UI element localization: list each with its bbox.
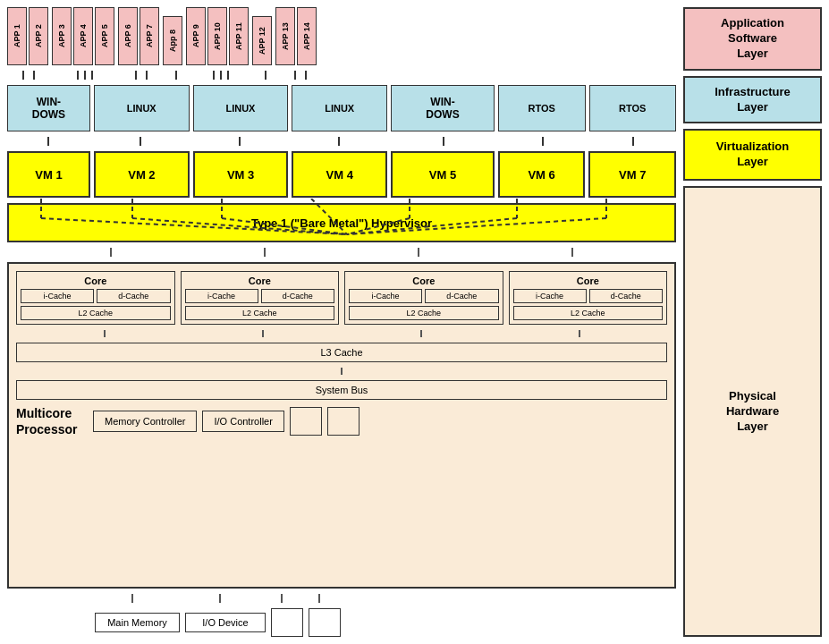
- legend-virt-label: VirtualizationLayer: [716, 140, 789, 168]
- core-2: Core i-Cache d-Cache L2 Cache: [181, 271, 340, 325]
- os-rtos1: RTOS: [498, 85, 585, 131]
- icache-4: i-Cache: [513, 289, 587, 303]
- memory-controller: Memory Controller: [93, 411, 197, 432]
- vm-box-1: VM 1: [7, 151, 90, 198]
- app-group-2: APP 3 APP 4 APP 5: [52, 7, 114, 65]
- app-box-app10: APP 10: [207, 7, 227, 65]
- legend-virtualization: VirtualizationLayer: [683, 129, 822, 181]
- device-box-4: [309, 608, 341, 637]
- app-group-3: APP 6 APP 7: [118, 7, 159, 65]
- app-box-app11: APP 11: [229, 7, 249, 65]
- infrastructure-layer: WIN-DOWS LINUX LINUX LINUX WIN-DOWS RTOS…: [7, 85, 676, 131]
- dcache-4: d-Cache: [589, 289, 663, 303]
- left-panel: APP 1 APP 2 APP 3 APP 4 APP 5 APP 6 APP …: [7, 7, 676, 637]
- core-2-caches: i-Cache d-Cache: [185, 289, 335, 303]
- legend-infra-label: InfrastructureLayer: [715, 85, 791, 114]
- hw-bottom-row: MulticoreProcessor Memory Controller I/O…: [16, 405, 667, 437]
- cores-row: Core i-Cache d-Cache L2 Cache Core i-Cac…: [16, 271, 667, 325]
- app-group-7: APP 13 APP 14: [275, 7, 317, 65]
- l2-2: L2 Cache: [185, 306, 335, 320]
- vm-box-5: VM 5: [391, 151, 495, 198]
- dcache-1: d-Cache: [97, 289, 170, 303]
- app-os-connectors: [7, 71, 676, 80]
- app-box-app7: APP 7: [140, 7, 159, 65]
- ctrl-device-connectors: [7, 594, 676, 603]
- right-panel: ApplicationSoftwareLayer InfrastructureL…: [683, 7, 822, 637]
- controllers-row: Memory Controller I/O Controller: [93, 407, 667, 436]
- hypervisor-label: Type 1 ("Bare Metal") Hypervisor: [251, 216, 432, 230]
- vm-box-2: VM 2: [94, 151, 190, 198]
- dcache-2: d-Cache: [261, 289, 334, 303]
- os-windows1: WIN-DOWS: [7, 85, 90, 131]
- device-box-3: [271, 608, 303, 637]
- processor-label: MulticoreProcessor: [16, 405, 88, 437]
- dcache-3: d-Cache: [425, 289, 498, 303]
- app-group-4: App 8: [163, 16, 182, 65]
- app-box-app8: App 8: [163, 16, 182, 65]
- physical-hardware-layer: Core i-Cache d-Cache L2 Cache Core i-Cac…: [7, 262, 676, 589]
- legend-hw-label: PhysicalHardwareLayer: [726, 389, 779, 435]
- app-box-app13: APP 13: [275, 7, 295, 65]
- core-4-label: Core: [513, 275, 664, 286]
- legend-app-software: ApplicationSoftwareLayer: [683, 7, 822, 71]
- io-controller: I/O Controller: [202, 411, 283, 432]
- core-2-label: Core: [185, 275, 335, 286]
- app-box-app12: APP 12: [252, 16, 272, 65]
- bottom-devices: Main Memory I/O Device: [7, 608, 676, 637]
- app-box-app2: APP 2: [29, 7, 48, 65]
- small-box-1: [290, 407, 322, 436]
- app-box-app1: APP 1: [7, 7, 27, 65]
- core-3-caches: i-Cache d-Cache: [349, 289, 499, 303]
- app-group-1: APP 1 APP 2: [7, 7, 48, 65]
- legend-app-label: ApplicationSoftwareLayer: [721, 16, 784, 60]
- vm-box-7: VM 7: [588, 151, 676, 198]
- core-1-label: Core: [21, 275, 171, 286]
- app-group-6: APP 12: [252, 16, 272, 65]
- core-4-caches: i-Cache d-Cache: [513, 289, 664, 303]
- l2-l3-connectors: [16, 330, 667, 337]
- os-linux2: LINUX: [193, 85, 289, 131]
- l3-bus-connector: [16, 368, 667, 375]
- app-box-app4: APP 4: [73, 7, 93, 65]
- vm-box-6: VM 6: [498, 151, 586, 198]
- os-linux1: LINUX: [94, 85, 190, 131]
- vm-box-3: VM 3: [193, 151, 289, 198]
- os-vm-connectors: [7, 137, 676, 146]
- l2-4: L2 Cache: [513, 306, 664, 320]
- legend-physical-hardware: PhysicalHardwareLayer: [683, 186, 822, 637]
- hyp-cpu-connectors: [7, 248, 676, 257]
- icache-3: i-Cache: [349, 289, 422, 303]
- small-box-2: [327, 407, 360, 436]
- core-3: Core i-Cache d-Cache L2 Cache: [344, 271, 503, 325]
- os-linux3: LINUX: [292, 85, 387, 131]
- virtualization-vm-layer: VM 1 VM 2 VM 3 VM 4 VM 5 VM 6 VM 7: [7, 151, 676, 198]
- system-bus: System Bus: [16, 380, 667, 400]
- app-software-layer: APP 1 APP 2 APP 3 APP 4 APP 5 APP 6 APP …: [7, 7, 676, 65]
- app-box-app6: APP 6: [118, 7, 138, 65]
- os-rtos2: RTOS: [589, 85, 676, 131]
- core-1: Core i-Cache d-Cache L2 Cache: [16, 271, 175, 325]
- l2-3: L2 Cache: [349, 306, 499, 320]
- icache-2: i-Cache: [185, 289, 258, 303]
- app-box-app3: APP 3: [52, 7, 72, 65]
- legend-infrastructure: InfrastructureLayer: [683, 76, 822, 124]
- l2-1: L2 Cache: [21, 306, 171, 320]
- vm-box-4: VM 4: [292, 151, 387, 198]
- app-box-app5: APP 5: [95, 7, 114, 65]
- main-container: APP 1 APP 2 APP 3 APP 4 APP 5 APP 6 APP …: [0, 0, 829, 644]
- core-1-caches: i-Cache d-Cache: [21, 289, 171, 303]
- icache-1: i-Cache: [21, 289, 94, 303]
- app-group-5: APP 9 APP 10 APP 11: [186, 7, 249, 65]
- io-device: I/O Device: [185, 613, 266, 632]
- main-memory: Main Memory: [95, 613, 180, 632]
- app-box-app9: APP 9: [186, 7, 206, 65]
- l3-cache: L3 Cache: [16, 343, 667, 362]
- app-box-app14: APP 14: [297, 7, 317, 65]
- core-3-label: Core: [349, 275, 499, 286]
- hypervisor: Type 1 ("Bare Metal") Hypervisor: [7, 203, 676, 242]
- core-4: Core i-Cache d-Cache L2 Cache: [509, 271, 668, 325]
- os-windows2: WIN-DOWS: [391, 85, 495, 131]
